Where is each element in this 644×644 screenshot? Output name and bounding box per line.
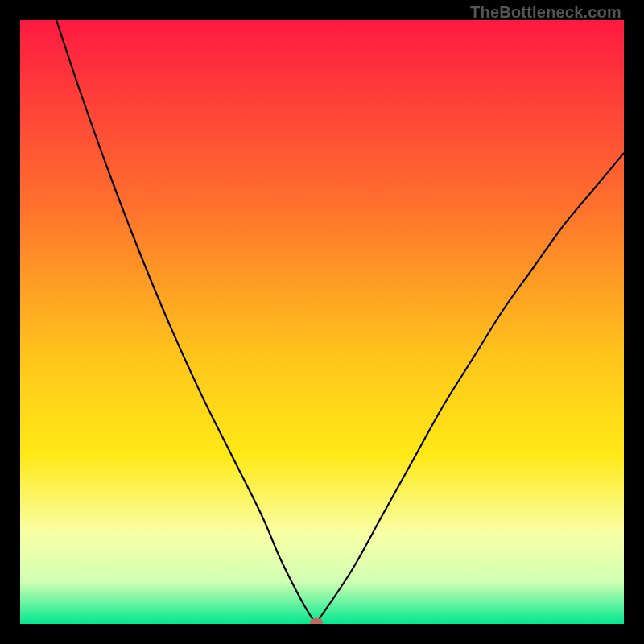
optimal-point-marker: [310, 617, 323, 624]
plot-area: [20, 20, 624, 624]
bottleneck-curve: [20, 20, 624, 624]
watermark-text: TheBottleneck.com: [470, 3, 621, 22]
chart-frame: TheBottleneck.com: [0, 0, 644, 644]
